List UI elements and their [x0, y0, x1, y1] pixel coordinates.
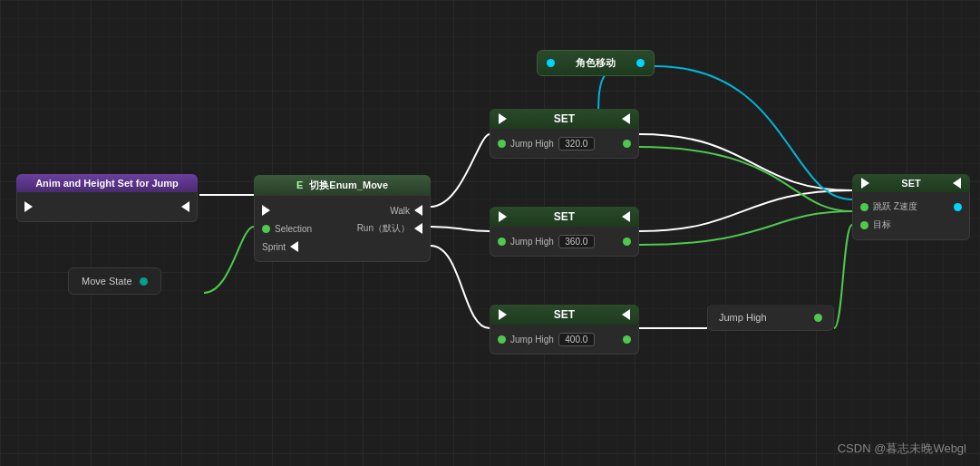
final-set-header: SET	[852, 174, 970, 192]
jump-high-pin	[814, 314, 822, 322]
finalset-row1: 跳跃 Z速度	[860, 198, 962, 216]
set1-header: SET	[490, 109, 639, 129]
enum-walk-out	[414, 205, 422, 216]
set2-body: Jump High 360.0	[490, 227, 639, 257]
anim-node-title: Anim and Height Set for Jump	[35, 178, 179, 189]
enum-node-body: Walk Selection Run（默认） Sprint	[254, 196, 431, 262]
set1-jumphigh-out	[623, 140, 631, 148]
set3-exec-out	[622, 309, 630, 320]
character-title: 角色移动	[576, 56, 616, 70]
blueprint-canvas[interactable]: Anim and Height Set for Jump Move State …	[0, 0, 980, 466]
set3-header: SET	[490, 305, 639, 325]
set2-jumphigh-in	[498, 238, 506, 246]
anim-exec-row	[24, 198, 189, 216]
enum-selection-label: Selection	[275, 224, 312, 234]
final-set-node[interactable]: SET 跳跃 Z速度 目标	[852, 174, 970, 240]
finalset-exec-in	[861, 178, 869, 189]
enum-node-header: E 切换Enum_Move	[254, 175, 431, 196]
set3-value[interactable]: 400.0	[558, 333, 595, 346]
set3-exec-in	[499, 309, 507, 320]
finalset-row2: 目标	[860, 216, 962, 234]
character-pin-in	[547, 59, 555, 67]
set-node-3[interactable]: SET Jump High 400.0	[490, 305, 639, 354]
set2-jumphigh-label: Jump High	[510, 237, 554, 247]
enum-sprint-row: Sprint	[262, 238, 422, 256]
set2-title: SET	[554, 210, 575, 223]
finalset-title: SET	[901, 178, 920, 189]
set1-jumphigh-row: Jump High 320.0	[498, 134, 631, 152]
move-state-node[interactable]: Move State	[68, 267, 161, 295]
jump-high-node[interactable]: Jump High	[707, 305, 834, 331]
set2-jumphigh-row: Jump High 360.0	[498, 232, 631, 250]
enum-selection-pin	[262, 225, 270, 233]
anim-node-header: Anim and Height Set for Jump	[16, 174, 198, 192]
set-node-1[interactable]: SET Jump High 320.0	[490, 109, 639, 159]
enum-node[interactable]: E 切换Enum_Move Walk Selection	[254, 175, 431, 262]
set3-body: Jump High 400.0	[490, 325, 639, 354]
set1-exec-in	[499, 113, 507, 124]
set2-value[interactable]: 360.0	[558, 235, 595, 248]
finalset-exec-out	[953, 178, 961, 189]
jump-high-label: Jump High	[719, 312, 767, 323]
set2-jumphigh-out	[623, 238, 631, 246]
final-set-body: 跳跃 Z速度 目标	[852, 192, 970, 240]
set3-jumphigh-label: Jump High	[510, 335, 554, 345]
finalset-label2: 目标	[873, 218, 891, 231]
finalset-pin2-in	[860, 221, 868, 229]
anim-node-body	[16, 192, 198, 222]
set3-title: SET	[554, 308, 575, 321]
finalset-pin1-in	[860, 203, 868, 211]
set2-header: SET	[490, 207, 639, 227]
set2-exec-out	[622, 211, 630, 222]
set1-value[interactable]: 320.0	[558, 137, 595, 150]
enum-run-out	[414, 223, 422, 234]
enum-exec-in	[262, 205, 270, 216]
set1-exec-out	[622, 113, 630, 124]
enum-walk-label: Walk	[390, 206, 410, 216]
enum-prefix: E	[296, 180, 303, 190]
set-node-2[interactable]: SET Jump High 360.0	[490, 207, 639, 257]
enum-node-title: 切换Enum_Move	[309, 180, 388, 190]
finalset-pin1-out	[954, 203, 962, 211]
enum-selection-row: Selection Run（默认）	[262, 219, 422, 238]
enum-run-label: Run（默认）	[357, 222, 410, 235]
watermark-text: CSDN @暮志未晚Webgl	[838, 442, 966, 455]
set1-jumphigh-in	[498, 140, 506, 148]
set1-body: Jump High 320.0	[490, 129, 639, 159]
character-pin-out	[636, 59, 645, 67]
move-state-pin	[140, 277, 148, 286]
set2-exec-in	[499, 211, 507, 222]
enum-sprint-out	[290, 241, 298, 252]
set3-jumphigh-in	[498, 335, 506, 344]
anim-exec-in	[24, 201, 33, 212]
anim-node[interactable]: Anim and Height Set for Jump	[16, 174, 198, 222]
watermark: CSDN @暮志未晚Webgl	[838, 441, 966, 457]
set3-jumphigh-out	[623, 335, 631, 344]
character-node[interactable]: 角色移动	[537, 50, 655, 76]
anim-exec-out	[181, 201, 189, 212]
set3-jumphigh-row: Jump High 400.0	[498, 330, 631, 348]
set1-title: SET	[554, 112, 575, 125]
enum-sprint-label: Sprint	[262, 242, 286, 252]
enum-exec-row: Walk	[262, 201, 422, 219]
move-state-label: Move State	[82, 276, 132, 286]
finalset-label1: 跳跃 Z速度	[873, 200, 917, 213]
set1-jumphigh-label: Jump High	[510, 139, 554, 149]
